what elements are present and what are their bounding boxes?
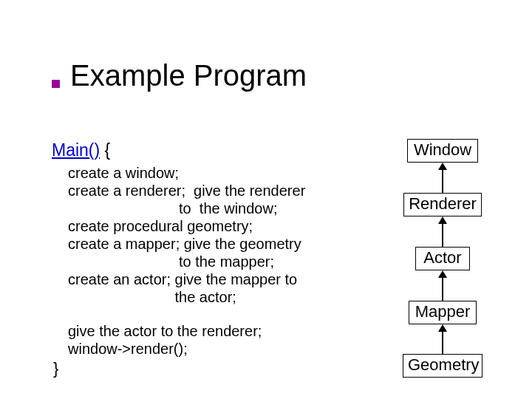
arrow-stem bbox=[442, 332, 443, 355]
main-fn-link[interactable]: Main() bbox=[52, 140, 100, 160]
open-brace: { bbox=[100, 140, 110, 160]
arrow-up-icon bbox=[438, 163, 447, 170]
slide: Example Program Main() { create a window… bbox=[0, 0, 532, 399]
close-brace: } bbox=[53, 359, 58, 378]
main-declaration: Main() { bbox=[52, 140, 110, 160]
slide-title: Example Program bbox=[70, 59, 307, 92]
diagram-box-geometry: Geometry bbox=[403, 354, 482, 378]
arrow-stem bbox=[442, 224, 443, 247]
diagram-box-renderer: Renderer bbox=[403, 193, 482, 216]
code-body-1: create a window; create a renderer; give… bbox=[68, 164, 305, 306]
arrow-up-icon bbox=[438, 270, 447, 278]
arrow-up-icon bbox=[438, 216, 447, 224]
code-body-2: give the actor to the renderer; window->… bbox=[68, 322, 262, 358]
diagram-box-actor: Actor bbox=[415, 247, 470, 270]
arrow-stem bbox=[442, 278, 443, 301]
arrow-stem bbox=[442, 170, 443, 193]
diagram-box-mapper: Mapper bbox=[409, 301, 477, 324]
diagram-box-window: Window bbox=[407, 139, 478, 163]
arrow-up-icon bbox=[438, 324, 447, 332]
title-bullet-icon bbox=[52, 80, 60, 88]
